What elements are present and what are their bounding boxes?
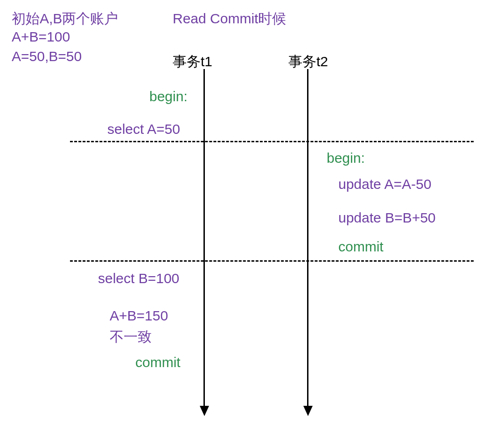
t1-select-a: select A=50 [107,121,180,137]
t1-sum: A+B=150 [110,308,168,324]
t2-update-b: update B=B+50 [338,210,436,226]
t1-timeline [203,69,205,407]
t2-begin: begin: [327,150,365,166]
t2-arrowhead-icon [303,406,313,416]
t2-update-a: update A=A-50 [338,176,431,192]
t1-commit: commit [135,355,181,370]
t1-begin: begin: [149,89,188,104]
phase-divider-1 [70,141,474,142]
t1-select-b: select B=100 [98,271,179,286]
t2-commit: commit [338,239,384,255]
heading-line2: A+B=100 [12,29,70,45]
heading-line1: 初始A,B两个账户 [12,9,118,28]
heading-line3: A=50,B=50 [12,49,82,64]
t2-timeline [307,69,308,407]
t1-inconsistent: 不一致 [110,327,152,347]
t2-label: 事务t2 [288,52,328,71]
phase-divider-2 [70,260,474,262]
t1-arrowhead-icon [200,406,209,416]
t1-label: 事务t1 [173,52,212,71]
isolation-level-label: Read Commit时候 [173,9,286,28]
